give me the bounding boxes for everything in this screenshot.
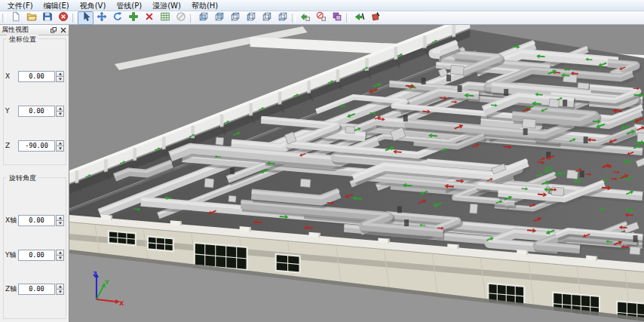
svg-text:Y: Y [104, 279, 109, 286]
group-title: 旋转角度 [7, 173, 38, 183]
group-rotation-angle: 旋转角度X轴Y轴Z轴 [3, 177, 66, 319]
menu-item-walkthrough[interactable]: 漫游(W) [147, 1, 186, 11]
grid-icon [160, 11, 170, 25]
view-cube-top-button[interactable] [227, 11, 243, 25]
layer-delete-button[interactable] [313, 11, 329, 25]
rot-y-label: Y轴 [5, 250, 18, 260]
rot-z-input[interactable] [18, 284, 55, 295]
rot-z-spin-up-button[interactable] [56, 284, 64, 290]
select-cursor-button[interactable] [78, 11, 94, 25]
layer-add-button[interactable] [297, 11, 313, 25]
rot-x-input[interactable] [18, 215, 55, 226]
close-file-icon [58, 11, 69, 25]
coord-x-input[interactable] [18, 71, 55, 82]
coord-x-spin-down-button[interactable] [56, 77, 64, 82]
walkthrough-start-icon [354, 11, 365, 25]
toolbar-group-handle [72, 14, 76, 23]
menu-item-pipeline[interactable]: 管线(P) [111, 1, 147, 11]
rot-x-label: X轴 [5, 216, 18, 225]
panel-titlebar: 属性视图 [0, 25, 69, 35]
walkthrough-start-button[interactable] [351, 11, 367, 25]
grid-button[interactable] [157, 11, 173, 25]
move-button[interactable] [94, 11, 109, 25]
main-area: 属性视图 坐标位置XYZ旋转角度X轴Y轴Z轴 ZYX [0, 25, 644, 322]
toolbar-group-3 [297, 11, 345, 24]
no-entry-icon [176, 11, 186, 25]
layer-merge-button[interactable] [329, 11, 345, 25]
view-cube-top-icon [230, 11, 241, 25]
group-title: 坐标位置 [7, 35, 38, 44]
coord-x-row: X [5, 70, 64, 82]
menu-item-view[interactable]: 视角(V) [75, 1, 112, 11]
svg-text:X: X [119, 300, 124, 307]
panel-title: 属性视图 [2, 25, 49, 35]
view-cube-left-icon [246, 11, 256, 25]
menu-item-file[interactable]: 文件(F) [2, 1, 38, 11]
coord-y-label: Y [5, 107, 18, 115]
view-cube-right-icon [262, 11, 272, 25]
menu-item-edit[interactable]: 编辑(E) [38, 1, 75, 11]
close-panel-icon[interactable] [59, 26, 67, 34]
new-file-icon [11, 11, 21, 25]
no-entry-button[interactable] [173, 11, 189, 25]
view-cube-right-button[interactable] [259, 11, 274, 25]
new-file-button[interactable] [8, 11, 23, 25]
open-folder-button[interactable] [23, 11, 39, 25]
rot-y-spin-up-button[interactable] [56, 250, 64, 256]
coord-y-input[interactable] [18, 106, 55, 117]
coord-x-spin-up-button[interactable] [56, 71, 64, 77]
view-cube-front-icon [198, 11, 209, 25]
toolbar-group-1 [78, 11, 189, 24]
rot-y-input[interactable] [18, 250, 55, 261]
add-icon [128, 11, 139, 25]
rot-z-row: Z轴 [5, 283, 64, 295]
rotate-button[interactable] [109, 11, 125, 25]
menu-item-help[interactable]: 帮助(H) [186, 1, 223, 11]
coord-z-spin-up-button[interactable] [56, 140, 64, 146]
toolbar-group-4 [351, 11, 383, 24]
view-cube-front-button[interactable] [195, 11, 211, 25]
walkthrough-stop-button[interactable] [367, 11, 383, 25]
viewport-3d[interactable]: ZYX [69, 25, 644, 322]
add-button[interactable] [125, 11, 141, 25]
coord-y-row: Y [5, 105, 64, 117]
scene-canvas: ZYX [69, 25, 644, 322]
toolbar-group-2 [195, 11, 290, 24]
save-button[interactable] [39, 11, 55, 25]
menu-bar: 文件(F)编辑(E)视角(V)管线(P)漫游(W)帮助(H) [0, 0, 644, 11]
layer-delete-icon [316, 11, 327, 25]
properties-panel: 属性视图 坐标位置XYZ旋转角度X轴Y轴Z轴 [0, 25, 69, 322]
view-cube-bottom-icon [278, 11, 288, 25]
group-coordinate-position: 坐标位置XYZ [3, 38, 66, 165]
delete-button[interactable] [141, 11, 157, 25]
move-icon [97, 11, 107, 25]
toolbar [0, 11, 644, 25]
coord-z-spin-down-button[interactable] [56, 146, 64, 152]
svg-text:Z: Z [93, 271, 97, 278]
rot-z-label: Z轴 [5, 284, 18, 294]
coord-z-label: Z [5, 142, 18, 149]
rot-x-row: X轴 [5, 214, 64, 226]
delete-icon [144, 11, 155, 25]
layer-add-icon [300, 11, 311, 25]
select-cursor-icon [81, 11, 91, 25]
coord-x-label: X [5, 72, 18, 80]
coord-z-input[interactable] [18, 140, 55, 152]
coord-z-row: Z [5, 140, 64, 152]
layer-merge-icon [332, 11, 342, 25]
walkthrough-stop-icon [370, 11, 381, 25]
rotate-icon [112, 11, 123, 25]
close-file-button[interactable] [55, 11, 71, 25]
float-panel-icon[interactable] [49, 26, 57, 34]
rot-x-spin-up-button[interactable] [56, 215, 64, 221]
rot-z-spin-down-button[interactable] [56, 290, 64, 295]
rot-x-spin-down-button[interactable] [56, 221, 64, 226]
view-cube-bottom-button[interactable] [274, 11, 290, 25]
coord-y-spin-up-button[interactable] [56, 106, 64, 112]
coord-y-spin-down-button[interactable] [56, 112, 64, 117]
view-cube-back-button[interactable] [211, 11, 227, 25]
app-window: 文件(F)编辑(E)视角(V)管线(P)漫游(W)帮助(H) 属性视图 坐标位置… [0, 0, 644, 322]
rot-y-spin-down-button[interactable] [56, 256, 64, 261]
view-cube-left-button[interactable] [243, 11, 259, 25]
toolbar-group-handle [346, 14, 350, 23]
